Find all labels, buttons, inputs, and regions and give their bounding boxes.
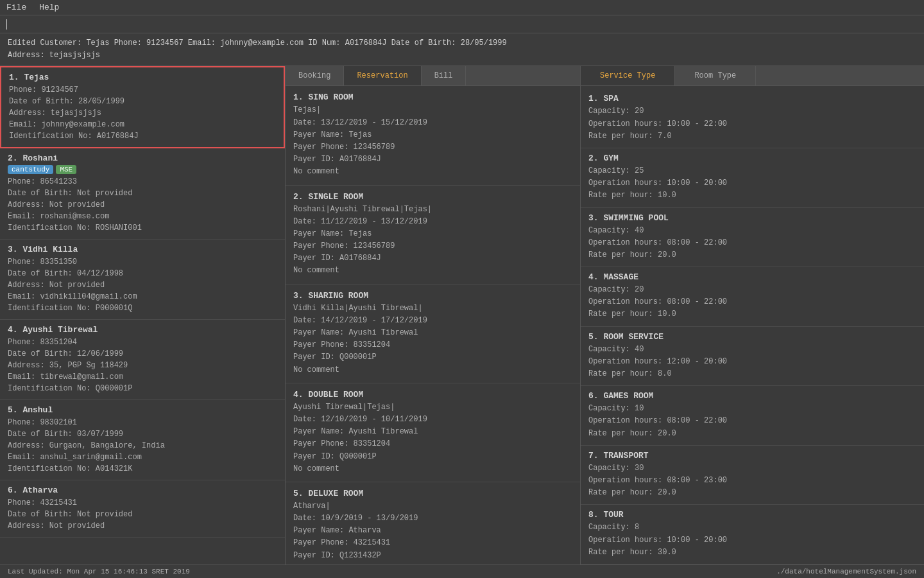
reservation-name: 1. SING ROOM [293, 92, 572, 102]
middle-tab-bar: BookingReservationBill [286, 66, 580, 86]
service-item[interactable]: 5. ROOM SERVICECapacity: 40Operation hou… [581, 327, 924, 387]
customer-details: Phone: 86541233Date of Birth: Not provid… [8, 176, 277, 234]
customer-name: 2. Roshani [8, 153, 277, 163]
service-name: 3. SWIMMING POOL [588, 213, 916, 223]
service-details: Capacity: 40Operation hours: 12:00 - 20:… [588, 344, 916, 381]
reservation-item[interactable]: 2. SINGLE ROOMRoshani|Ayushi Tibrewal|Te… [286, 186, 580, 285]
reservation-item[interactable]: 3. SHARING ROOMVidhi Killa|Ayushi Tibrew… [286, 285, 580, 383]
service-details: Capacity: 10Operation hours: 08:00 - 22:… [588, 403, 916, 440]
badge: cantstudy [8, 165, 53, 174]
tab-reservation[interactable]: Reservation [344, 66, 421, 85]
toolbar [0, 15, 924, 33]
right-tab-bar: Service TypeRoom Type [581, 66, 924, 86]
service-name: 1. SPA [588, 94, 916, 103]
main-content: 1. TejasPhone: 91234567Date of Birth: 28… [0, 66, 924, 565]
service-list: 1. SPACapacity: 20Operation hours: 10:00… [581, 86, 924, 565]
reservation-details: Tejas|Date: 13/12/2019 - 15/12/2019Payer… [293, 104, 572, 178]
customer-item[interactable]: 4. Ayushi TibrewalPhone: 83351204Date of… [0, 320, 285, 400]
customer-name: 3. Vidhi Killa [8, 245, 277, 254]
reservation-details: Roshani|Ayushi Tibrewal|Tejas|Date: 11/1… [293, 204, 572, 277]
service-item[interactable]: 1. SPACapacity: 20Operation hours: 10:00… [581, 89, 924, 148]
tab-booking[interactable]: Booking [286, 66, 344, 85]
customer-details: Phone: 91234567Date of Birth: 28/05/1999… [9, 84, 276, 142]
customer-details: Phone: 83351350Date of Birth: 04/12/1998… [8, 256, 277, 314]
service-item[interactable]: 2. GYMCapacity: 25Operation hours: 10:00… [581, 148, 924, 208]
customer-item[interactable]: 3. Vidhi KillaPhone: 83351350Date of Bir… [0, 240, 285, 320]
service-name: 2. GYM [588, 153, 916, 163]
info-line2: Address: tejasjsjsjs [8, 49, 916, 62]
service-item[interactable]: 8. TOURCapacity: 8Operation hours: 10:00… [581, 505, 924, 565]
service-item[interactable]: 3. SWIMMING POOLCapacity: 40Operation ho… [581, 208, 924, 268]
menu-bar: File Help [0, 0, 924, 15]
service-details: Capacity: 8Operation hours: 10:00 - 20:0… [588, 521, 916, 559]
reservation-item[interactable]: 5. DELUXE ROOMAtharva|Date: 10/9/2019 - … [286, 482, 580, 565]
customer-name: 1. Tejas [9, 73, 276, 82]
customer-details: Phone: 98302101Date of Birth: 03/07/1999… [8, 417, 277, 475]
service-name: 5. ROOM SERVICE [588, 332, 916, 342]
service-details: Capacity: 20Operation hours: 10:00 - 22:… [588, 105, 916, 143]
service-name: 8. TOUR [588, 510, 916, 520]
customer-details: Phone: 83351204Date of Birth: 12/06/1999… [8, 337, 277, 394]
reservation-details: Vidhi Killa|Ayushi Tibrewal|Date: 14/12/… [293, 302, 572, 376]
middle-panel: BookingReservationBill 1. SING ROOMTejas… [286, 66, 581, 565]
customer-item[interactable]: 5. AnshulPhone: 98302101Date of Birth: 0… [0, 400, 285, 480]
tab-bill[interactable]: Bill [422, 66, 466, 85]
reservation-name: 4. DOUBLE ROOM [293, 390, 572, 399]
reservation-item[interactable]: 4. DOUBLE ROOMAyushi Tibrewal|Tejas|Date… [286, 383, 580, 482]
reservation-item[interactable]: 1. SING ROOMTejas|Date: 13/12/2019 - 15/… [286, 86, 580, 185]
status-bar: Last Updated: Mon Apr 15 16:46:13 SRET 2… [0, 565, 924, 578]
customer-name: 6. Atharva [8, 486, 277, 495]
reservation-details: Atharva|Date: 10/9/2019 - 13/9/2019Payer… [293, 500, 572, 562]
file-menu[interactable]: File [6, 3, 26, 12]
service-item[interactable]: 7. TRANSPORTCapacity: 30Operation hours:… [581, 446, 924, 505]
customer-item[interactable]: 2. RoshanicantstudyMSEPhone: 86541233Dat… [0, 148, 285, 240]
service-name: 7. TRANSPORT [588, 451, 916, 460]
service-details: Capacity: 30Operation hours: 08:00 - 23:… [588, 462, 916, 500]
service-item[interactable]: 6. GAMES ROOMCapacity: 10Operation hours… [581, 386, 924, 446]
service-details: Capacity: 25Operation hours: 10:00 - 20:… [588, 165, 916, 202]
right-tab-service-type[interactable]: Service Type [581, 66, 675, 85]
service-details: Capacity: 40Operation hours: 08:00 - 22:… [588, 225, 916, 262]
badge-row: cantstudyMSE [8, 165, 277, 174]
reservation-details: Ayushi Tibrewal|Tejas|Date: 12/10/2019 -… [293, 401, 572, 475]
right-tab-room-type[interactable]: Room Type [675, 66, 756, 85]
service-name: 4. MASSAGE [588, 272, 916, 282]
customer-list-panel: 1. TejasPhone: 91234567Date of Birth: 28… [0, 66, 286, 565]
customer-item[interactable]: 6. AtharvaPhone: 43215431Date of Birth: … [0, 480, 285, 538]
service-name: 6. GAMES ROOM [588, 391, 916, 401]
reservation-name: 5. DELUXE ROOM [293, 489, 572, 498]
reservation-list: 1. SING ROOMTejas|Date: 13/12/2019 - 15/… [286, 86, 580, 565]
reservation-name: 3. SHARING ROOM [293, 291, 572, 301]
info-line1: Edited Customer: Tejas Phone: 91234567 E… [8, 37, 916, 49]
customer-name: 4. Ayushi Tibrewal [8, 325, 277, 335]
customer-name: 5. Anshul [8, 405, 277, 415]
file-path: ./data/hotelManagementSystem.json [776, 568, 916, 575]
badge: MSE [56, 165, 76, 174]
right-panel: Service TypeRoom Type 1. SPACapacity: 20… [581, 66, 924, 565]
customer-details: Phone: 43215431Date of Birth: Not provid… [8, 497, 277, 532]
reservation-name: 2. SINGLE ROOM [293, 192, 572, 202]
toolbar-cursor [6, 19, 7, 30]
customer-item[interactable]: 1. TejasPhone: 91234567Date of Birth: 28… [0, 66, 285, 148]
help-menu[interactable]: Help [39, 3, 59, 12]
info-bar: Edited Customer: Tejas Phone: 91234567 E… [0, 33, 924, 66]
service-item[interactable]: 4. MASSAGECapacity: 20Operation hours: 0… [581, 267, 924, 327]
last-updated: Last Updated: Mon Apr 15 16:46:13 SRET 2… [8, 568, 190, 575]
service-details: Capacity: 20Operation hours: 08:00 - 22:… [588, 284, 916, 321]
